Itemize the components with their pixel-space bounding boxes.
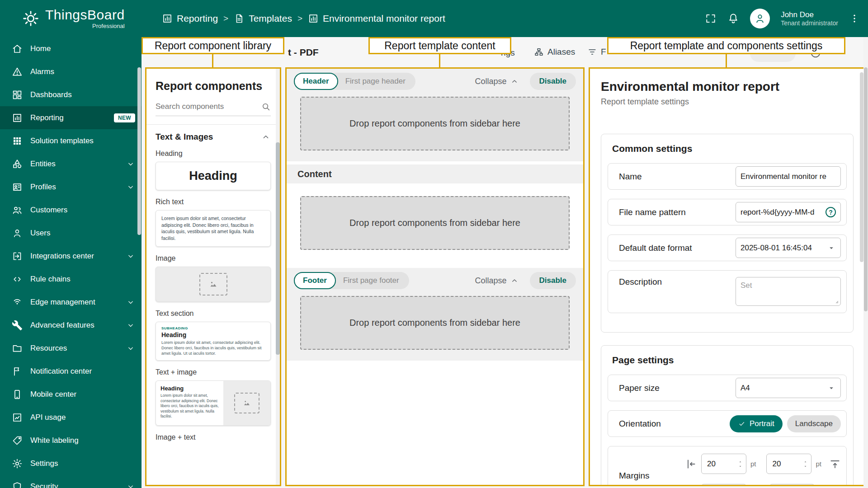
chevron-up-icon — [510, 276, 519, 285]
margin-input-box-3 — [701, 484, 746, 485]
sidebar-item-settings[interactable]: Settings — [0, 452, 142, 475]
name-label: Name — [619, 172, 642, 182]
component-heading[interactable]: Heading — [156, 162, 271, 190]
disable-header-button[interactable]: Disable — [530, 73, 576, 90]
avatar[interactable] — [750, 9, 770, 28]
component-label-image: Image — [156, 254, 271, 263]
sidebar-item-notification-center[interactable]: Notification center — [0, 360, 142, 383]
help-icon[interactable]: ? — [826, 207, 836, 217]
sidebar-item-home[interactable]: Home — [0, 37, 142, 60]
sidebar-item-dashboards[interactable]: Dashboards — [0, 83, 142, 106]
sidebar-item-resources[interactable]: Resources — [0, 337, 142, 360]
chevron-down-icon — [126, 183, 135, 192]
sidebar-item-label: Home — [30, 44, 51, 53]
disable-footer-button[interactable]: Disable — [530, 272, 576, 289]
breadcrumb-current[interactable]: Environmental monitor report — [308, 13, 445, 24]
sidebar-scrollbar[interactable] — [137, 67, 141, 235]
footer-dropzone[interactable]: Drop report components from sidebar here — [300, 296, 570, 350]
sidebar-item-customers[interactable]: Customers — [0, 198, 142, 221]
image-placeholder-icon — [199, 273, 227, 296]
breadcrumb-reporting[interactable]: Reporting — [162, 13, 218, 24]
sidebar-item-alarms[interactable]: Alarms — [0, 60, 142, 83]
common-settings-heading: Common settings — [612, 143, 842, 154]
sidebar-item-rule-chains[interactable]: Rule chains — [0, 267, 142, 291]
sidebar-item-integrations-center[interactable]: Integrations center — [0, 244, 142, 267]
chevron-up-icon — [510, 77, 519, 86]
component-text-image[interactable]: Heading Lorem ipsum dolor sit amet, cons… — [156, 380, 271, 426]
dashboards-icon — [12, 89, 23, 100]
paper-size-select[interactable]: A4 — [736, 378, 841, 398]
orientation-row: Orientation Portrait Landscape — [608, 410, 847, 437]
spinner-down-icon[interactable] — [737, 464, 743, 469]
search-icon[interactable] — [261, 102, 271, 112]
default-date-format-row: Default date format 2025-08-01 16:45:04 — [608, 235, 847, 261]
first-page-header-chip[interactable]: First page header — [338, 77, 413, 86]
file-name-pattern-input[interactable] — [741, 208, 824, 217]
edge-icon — [12, 297, 23, 308]
report-template-settings-panel: Environmental monitor report Report temp… — [589, 67, 866, 486]
sidebar-item-reporting[interactable]: ReportingNEW — [0, 106, 142, 129]
margin-top-icon — [829, 458, 841, 470]
header-dropzone[interactable]: Drop report components from sidebar here — [300, 97, 570, 150]
top-bar: ThingsBoard Professional Reporting > Tem… — [0, 0, 868, 37]
section-text-and-images[interactable]: Text & Images — [156, 132, 271, 142]
spinner-down-icon[interactable] — [802, 464, 808, 469]
component-rich-text[interactable]: Lorem ipsum dolor sit amet, consectetur … — [156, 210, 271, 247]
sidebar-item-profiles[interactable]: Profiles — [0, 175, 142, 198]
window-scrollbar-thumb[interactable] — [864, 67, 868, 311]
number-spinner[interactable] — [802, 460, 808, 469]
toolbar-aliases-button[interactable]: Aliases — [534, 47, 575, 57]
sidebar-item-solution-templates[interactable]: Solution templates — [0, 129, 142, 152]
orientation-label: Orientation — [619, 419, 661, 429]
portrait-button[interactable]: Portrait — [730, 415, 783, 432]
description-textarea[interactable]: Set — [736, 277, 841, 306]
header-chip[interactable]: Header — [294, 73, 338, 90]
resize-handle-icon[interactable] — [832, 297, 840, 305]
date-format-select[interactable]: 2025-08-01 16:45:04 — [736, 238, 841, 258]
sidebar-item-label: Notification center — [30, 367, 92, 376]
sidebar-item-label: Profiles — [30, 183, 56, 192]
sidebar-item-entities[interactable]: Entities — [0, 152, 142, 175]
rich-text-preview: Lorem ipsum dolor sit amet, consectetur … — [161, 215, 265, 242]
subheading-preview: SUBHEADING — [161, 326, 265, 330]
spinner-up-icon[interactable] — [802, 460, 808, 464]
sidebar-item-label: Advanced features — [30, 321, 94, 330]
sidebar-item-advanced-features[interactable]: Advanced features — [0, 314, 142, 337]
filters-label-fragment: F — [601, 47, 606, 57]
breadcrumb-templates[interactable]: Templates — [234, 13, 292, 24]
component-image[interactable] — [156, 267, 271, 302]
toolbar-filters-button[interactable]: F — [587, 47, 606, 57]
landscape-button[interactable]: Landscape — [787, 415, 841, 432]
settings-scrollbar-thumb[interactable] — [860, 72, 863, 262]
thingsboard-logo[interactable]: ThingsBoard Professional — [22, 8, 125, 29]
sidebar-item-api-usage[interactable]: API usage — [0, 406, 142, 429]
name-input[interactable] — [741, 172, 836, 181]
footer-section: Footer First page footer Collapse Disabl… — [287, 268, 583, 361]
kebab-menu-icon[interactable] — [849, 13, 860, 24]
fullscreen-icon[interactable] — [705, 13, 717, 24]
footer-chip[interactable]: Footer — [294, 272, 336, 289]
component-text-section[interactable]: SUBHEADING Heading Lorem ipsum dolor sit… — [156, 322, 271, 361]
margin-input-box-1 — [701, 454, 746, 474]
collapse-footer-button[interactable]: Collapse — [475, 276, 519, 286]
collapse-header-button[interactable]: Collapse — [475, 77, 519, 86]
search-input[interactable] — [156, 102, 261, 111]
margin-value-input-1[interactable] — [707, 460, 727, 469]
thingsboard-logo-icon — [22, 9, 40, 28]
white-labeling-tag-icon — [12, 435, 23, 446]
margin-value-input-2[interactable] — [772, 460, 792, 469]
sidebar-item-mobile-center[interactable]: Mobile center — [0, 383, 142, 406]
first-page-footer-chip[interactable]: First page footer — [336, 276, 406, 285]
chevron-down-icon — [126, 252, 135, 261]
spinner-up-icon[interactable] — [737, 460, 743, 464]
content-dropzone[interactable]: Drop report components from sidebar here — [300, 196, 570, 250]
notifications-bell-icon[interactable] — [727, 13, 739, 24]
sidebar-item-white-labeling[interactable]: White labeling — [0, 429, 142, 452]
sidebar-item-users[interactable]: Users — [0, 221, 142, 244]
collapse-label: Collapse — [475, 77, 506, 86]
library-scrollbar-thumb[interactable] — [276, 142, 280, 355]
number-spinner[interactable] — [737, 460, 743, 469]
user-role: Tenant administrator — [781, 19, 838, 28]
sidebar-item-edge-management[interactable]: Edge management — [0, 291, 142, 314]
sidebar-item-security[interactable]: Security — [0, 475, 142, 488]
